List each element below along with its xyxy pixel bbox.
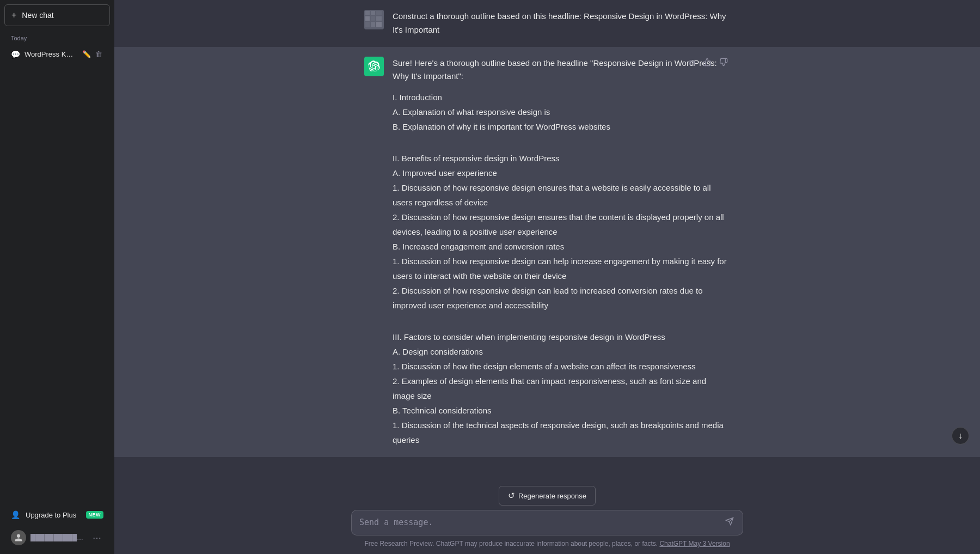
copy-button[interactable]: ⧉ <box>687 57 697 69</box>
outline-line: 2. Discussion of how responsive design c… <box>393 283 730 313</box>
version-link[interactable]: ChatGPT May 3 Version <box>659 540 730 547</box>
message-input[interactable] <box>359 516 720 529</box>
disclaimer-text: Free Research Preview. ChatGPT may produ… <box>364 535 730 550</box>
chat-item-actions: ✏️ 🗑 <box>81 49 103 59</box>
outline-line: II. Benefits of responsive design in Wor… <box>393 151 730 166</box>
main-chat-area: Construct a thorough outline based on th… <box>114 0 980 554</box>
svg-rect-8 <box>371 22 375 27</box>
scroll-down-button[interactable]: ↓ <box>952 427 969 445</box>
svg-rect-1 <box>365 11 370 15</box>
upgrade-label: Upgrade to Plus <box>26 511 76 519</box>
assistant-intro: Sure! Here's a thorough outline based on… <box>393 57 730 84</box>
outline-line: 2. Examples of design elements that can … <box>393 374 730 403</box>
user-message-row: Construct a thorough outline based on th… <box>114 0 980 47</box>
new-badge: NEW <box>86 511 104 519</box>
input-area: Free Research Preview. ChatGPT may produ… <box>114 510 980 554</box>
outline-line: A. Design considerations <box>393 344 730 359</box>
assistant-message-content: Sure! Here's a thorough outline based on… <box>393 57 730 448</box>
outline-line: 1. Discussion of the technical aspects o… <box>393 418 730 447</box>
sidebar: + New chat Today 💬 WordPress Keyword Ide… <box>0 0 114 554</box>
svg-rect-5 <box>371 16 375 21</box>
outline-line: 1. Discussion of how the design elements… <box>393 359 730 374</box>
outline-line: A. Improved user experience <box>393 166 730 180</box>
outline-line: I. Introduction <box>393 90 730 105</box>
svg-rect-3 <box>376 11 382 15</box>
chat-item-title: WordPress Keyword Ide <box>24 50 77 58</box>
regenerate-icon: ↺ <box>508 491 515 501</box>
new-chat-label: New chat <box>22 11 53 20</box>
user-thumbnail <box>364 10 384 29</box>
outline-line: A. Explanation of what responsive design… <box>393 105 730 119</box>
send-button[interactable] <box>724 516 735 529</box>
assistant-message-inner: Sure! Here's a thorough outline based on… <box>351 57 743 448</box>
chat-messages[interactable]: Construct a thorough outline based on th… <box>114 0 980 482</box>
regenerate-button[interactable]: ↺ Regenerate response <box>499 486 596 506</box>
chat-bubble-icon: 💬 <box>11 50 20 59</box>
edit-chat-button[interactable]: ✏️ <box>81 49 92 59</box>
user-message-text: Construct a thorough outline based on th… <box>393 10 730 37</box>
outline-content: I. IntroductionA. Explanation of what re… <box>393 90 730 447</box>
thumbs-up-button[interactable] <box>701 57 714 69</box>
user-message-content: Construct a thorough outline based on th… <box>393 10 730 37</box>
outline-line: B. Increased engagement and conversion r… <box>393 239 730 254</box>
chat-item[interactable]: 💬 WordPress Keyword Ide ✏️ 🗑 <box>4 45 110 64</box>
new-chat-button[interactable]: + New chat <box>4 4 110 26</box>
user-profile-area[interactable]: ████████████ ⋯ <box>4 526 110 550</box>
svg-rect-7 <box>365 22 370 27</box>
outline-line: B. Explanation of why it is important fo… <box>393 119 730 134</box>
user-menu-button[interactable]: ⋯ <box>90 533 103 543</box>
plus-icon: + <box>11 10 16 20</box>
outline-line: 1. Discussion of how responsive design c… <box>393 254 730 283</box>
user-name: ████████████ <box>30 534 86 541</box>
upgrade-icon: 👤 <box>11 510 20 519</box>
svg-rect-9 <box>376 22 382 27</box>
outline-line <box>393 313 730 327</box>
user-message-inner: Construct a thorough outline based on th… <box>351 10 743 37</box>
thumbs-down-button[interactable] <box>717 57 730 69</box>
outline-line: III. Factors to consider when implementi… <box>393 330 730 344</box>
regenerate-label: Regenerate response <box>518 492 586 500</box>
scroll-down-icon: ↓ <box>958 431 963 441</box>
today-section-label: Today <box>4 33 110 45</box>
outline-line: 2. Discussion of how responsive design e… <box>393 210 730 239</box>
svg-rect-2 <box>371 11 375 15</box>
user-avatar <box>11 530 26 545</box>
outline-line: B. Technical considerations <box>393 403 730 418</box>
message-actions: ⧉ <box>687 57 730 69</box>
svg-rect-6 <box>376 16 382 21</box>
delete-chat-button[interactable]: 🗑 <box>94 49 103 59</box>
upgrade-button[interactable]: 👤 Upgrade to Plus NEW <box>4 505 110 525</box>
outline-line: 1. Discussion of how responsive design e… <box>393 180 730 210</box>
svg-rect-4 <box>365 16 370 21</box>
message-input-wrapper <box>351 510 743 535</box>
assistant-message-row: Sure! Here's a thorough outline based on… <box>114 47 980 458</box>
chatgpt-avatar <box>364 57 384 76</box>
outline-line <box>393 134 730 149</box>
